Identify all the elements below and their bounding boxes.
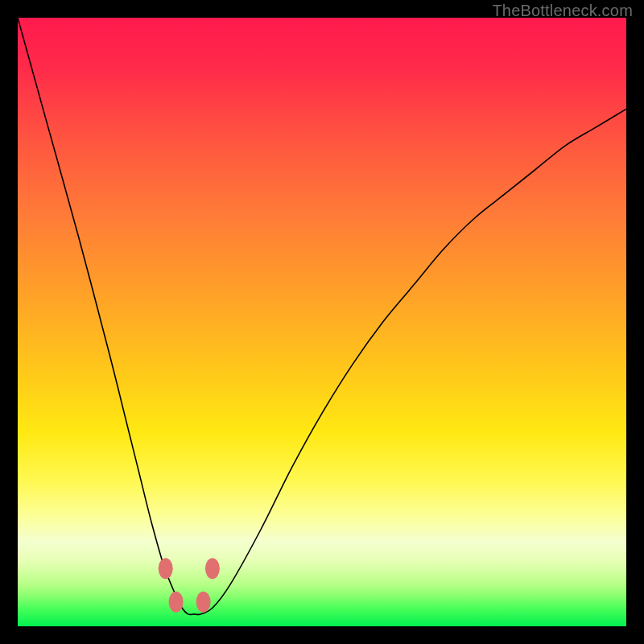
bump-left-lower	[169, 592, 184, 613]
chart-overlay	[18, 18, 626, 626]
curve-markers	[159, 558, 220, 613]
bump-left-upper	[159, 558, 173, 579]
bottleneck-curve	[18, 18, 626, 614]
bump-right-upper	[205, 558, 220, 579]
bump-right-lower	[196, 592, 211, 613]
